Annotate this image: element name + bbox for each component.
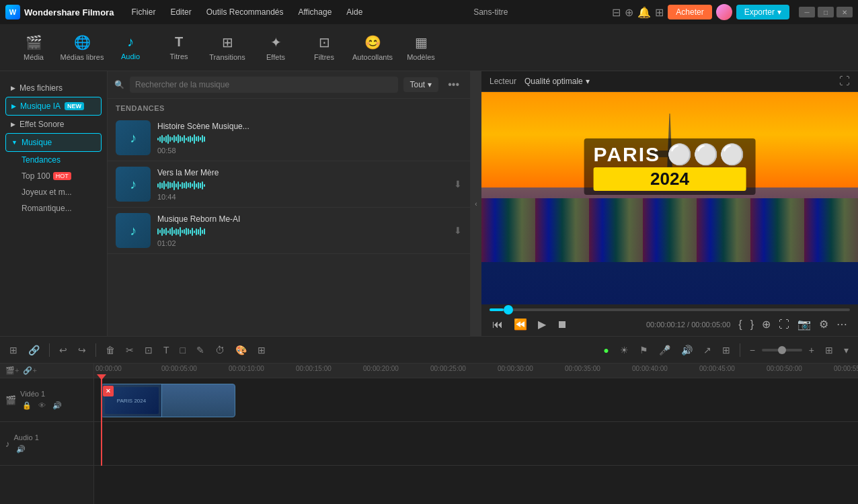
video-track-1[interactable]: ✕ PARIS 2024 — [94, 378, 858, 422]
timeline-green-btn[interactable]: ● — [599, 342, 613, 358]
collapse-panel-button[interactable]: ‹ — [471, 71, 481, 336]
sidebar-item-musique-ia[interactable]: ▶ Musique IA NEW — [5, 97, 102, 116]
menu-affichage[interactable]: Affichage — [292, 5, 339, 19]
more-ctrl-button[interactable]: ⋯ — [834, 317, 850, 332]
zoom-slider[interactable] — [762, 349, 802, 351]
music-item-1[interactable]: ♪ Histoire Scène Musique... 00:58 — [108, 115, 470, 161]
toolbar-audio[interactable]: ♪ Audio — [108, 28, 153, 68]
sidebar-item-top100[interactable]: Top 100 HOT — [16, 168, 102, 184]
timeline-layout-btn[interactable]: ⊞ — [821, 342, 837, 358]
cut-button[interactable]: ✂ — [122, 342, 138, 358]
snap-button[interactable]: ⊞ — [5, 342, 22, 358]
more-options-button[interactable]: ••• — [444, 77, 463, 92]
delete-button[interactable]: 🗑 — [102, 342, 119, 358]
quality-selector[interactable]: Qualité optimale ▾ — [524, 77, 590, 86]
toolbar-titres[interactable]: T Titres — [156, 28, 202, 68]
track-eye-btn[interactable]: 👁 — [36, 401, 48, 411]
menu-aide[interactable]: Aide — [340, 5, 369, 19]
exporter-button[interactable]: Exporter ▾ — [736, 5, 789, 19]
color-button[interactable]: 🎨 — [231, 342, 251, 358]
timeline-mic-btn[interactable]: 🎤 — [655, 342, 674, 358]
speed-button[interactable]: ⏱ — [211, 342, 229, 358]
zoom-out-button[interactable]: − — [746, 342, 759, 358]
music-item-2[interactable]: ♪ Vers la Mer Mère 10:44 ⬇ — [108, 161, 470, 208]
menu-fichier[interactable]: Fichier — [124, 5, 162, 19]
toolbar-effets[interactable]: ✦ Effets — [253, 28, 299, 68]
progress-bar[interactable] — [490, 308, 850, 311]
magnetic-button[interactable]: 🔗 — [24, 342, 44, 358]
toolbar-filtres[interactable]: ⊡ Filtres — [301, 28, 347, 68]
text-button[interactable]: T — [159, 342, 173, 358]
ruler-label-6: 00:00:30:00 — [498, 365, 533, 372]
music-item-3[interactable]: ♪ Musique Reborn Me-AI 01:02 ⬇ — [108, 208, 470, 254]
search-icon-top[interactable]: ⊕ — [625, 6, 633, 19]
toolbar-media-libre[interactable]: 🌐 Médias libres — [59, 28, 105, 68]
user-avatar[interactable] — [716, 4, 732, 20]
zoom-in-button[interactable]: + — [805, 342, 818, 358]
sidebar-item-effet-sonore[interactable]: ▶ Effet Sonore — [5, 116, 102, 133]
track-vol-btn[interactable]: 🔊 — [50, 401, 64, 411]
filter-button[interactable]: Tout ▾ — [403, 77, 439, 92]
shape-button[interactable]: □ — [176, 342, 190, 358]
win-maximize-button[interactable]: □ — [818, 7, 834, 17]
audio-track-vol-btn[interactable]: 🔊 — [14, 444, 28, 454]
track-lock-btn[interactable]: 🔒 — [20, 401, 34, 411]
download-icon-3[interactable]: ⬇ — [454, 225, 462, 236]
crop-button[interactable]: ⊡ — [141, 342, 157, 358]
preview-expand-button[interactable]: ⛶ — [839, 75, 850, 87]
minimize-window-icon[interactable]: ⊟ — [612, 6, 621, 19]
timeline-sun-btn[interactable]: ☀ — [616, 342, 633, 358]
music-name-1: Histoire Scène Musique... — [157, 122, 462, 131]
toolbar-media[interactable]: 🎬 Média — [11, 28, 56, 68]
play-button[interactable]: ▶ — [535, 317, 549, 332]
sidebar-item-tendances[interactable]: Tendances — [16, 152, 102, 168]
mark-in-button[interactable]: { — [736, 317, 744, 332]
timeline-flag-btn[interactable]: ⚑ — [635, 342, 652, 358]
audio-btn[interactable]: ⊞ — [254, 342, 270, 358]
stop-button[interactable]: ⏹ — [554, 317, 570, 332]
sidebar-item-musique[interactable]: ▼ Musique — [5, 133, 102, 152]
video-clip-1[interactable]: ✕ PARIS 2024 — [101, 384, 235, 417]
media-libre-icon: 🌐 — [74, 34, 91, 50]
music-info-1: Histoire Scène Musique... 00:58 — [157, 122, 462, 155]
search-input[interactable] — [130, 77, 398, 93]
undo-button[interactable]: ↩ — [55, 342, 71, 358]
win-minimize-button[interactable]: ─ — [799, 7, 815, 17]
step-back-button[interactable]: ⏪ — [511, 317, 530, 332]
zoom-slider-thumb[interactable] — [778, 346, 786, 354]
prev-frame-button[interactable]: ⏮ — [490, 317, 506, 332]
timeline-grid-btn[interactable]: ⊞ — [718, 342, 734, 358]
timeline-vol-btn[interactable]: 🔊 — [677, 342, 697, 358]
playhead[interactable] — [101, 378, 102, 466]
toolbar-transitions[interactable]: ⊞ Transitions — [204, 28, 250, 68]
menu-outils[interactable]: Outils Recommandés — [200, 5, 290, 19]
settings-button[interactable]: ⚙ — [816, 317, 831, 332]
grid-icon[interactable]: ⊞ — [655, 6, 664, 19]
timeline-arrow-btn[interactable]: ↗ — [699, 342, 715, 358]
fullscreen-button[interactable]: ⛶ — [776, 317, 792, 332]
win-close-button[interactable]: ✕ — [836, 7, 853, 17]
notification-icon[interactable]: 🔔 — [637, 6, 651, 19]
mark-out-button[interactable]: } — [748, 317, 756, 332]
progress-thumb[interactable] — [504, 305, 513, 314]
edit-button[interactable]: ✎ — [192, 342, 208, 358]
timeline-expand-btn[interactable]: ▾ — [840, 342, 853, 358]
timeline-content[interactable]: 00:00:00 00:00:05:00 00:00:10:00 00:00:1… — [94, 364, 858, 504]
add-audio-track-icon[interactable]: 🔗+ — [23, 366, 36, 375]
effet-sonore-label: Effet Sonore — [20, 120, 65, 129]
audio-track-1[interactable] — [94, 422, 858, 466]
redo-button[interactable]: ↪ — [74, 342, 90, 358]
clip-delete-icon[interactable]: ✕ — [103, 386, 114, 396]
sidebar-item-mes-fichiers[interactable]: ▶ Mes fichiers — [5, 79, 102, 97]
insert-button[interactable]: ⊕ — [759, 317, 773, 332]
menu-editer[interactable]: Editer — [163, 5, 198, 19]
acheter-button[interactable]: Acheter — [668, 5, 711, 19]
snapshot-button[interactable]: 📷 — [795, 317, 814, 332]
toolbar-modeles[interactable]: ▦ Modèles — [398, 28, 444, 68]
download-icon-2[interactable]: ⬇ — [454, 179, 462, 190]
sidebar-item-joyeux[interactable]: Joyeux et m... — [16, 184, 102, 200]
sidebar-item-romantique[interactable]: Romantique... — [16, 200, 102, 216]
music-duration-2: 10:44 — [157, 193, 447, 201]
toolbar-autocollants[interactable]: 😊 Autocollants — [350, 28, 395, 68]
add-video-track-icon[interactable]: 🎬+ — [5, 366, 19, 375]
